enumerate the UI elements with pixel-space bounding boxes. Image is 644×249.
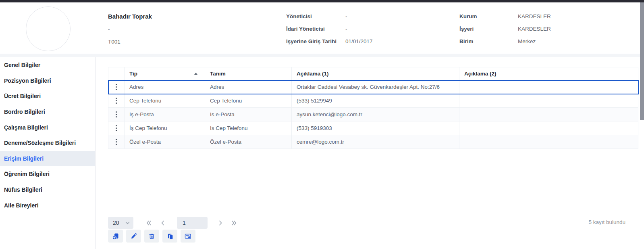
sidebar-item-ogrenim-bilgileri[interactable]: Öğrenim Bilgileri xyxy=(0,166,95,182)
sidebar-item-nufus-bilgileri[interactable]: Nüfus Bilgileri xyxy=(0,182,95,198)
kebab-column-header xyxy=(108,67,125,80)
cell-aciklama-1: (533) 5129949 xyxy=(292,94,459,108)
column-header-tanim[interactable]: Tanım xyxy=(205,67,292,80)
cell-aciklama-2 xyxy=(459,108,638,121)
sidebar-item-bordro-bilgileri[interactable]: Bordro Bilgileri xyxy=(0,104,95,120)
cell-tanim: Is Cep Telefonu xyxy=(205,121,292,135)
vertical-scrollbar-thumb[interactable] xyxy=(640,2,644,120)
row-menu-kebab-icon[interactable] xyxy=(108,121,124,135)
copy-icon xyxy=(166,232,174,240)
cell-aciklama-2 xyxy=(459,121,638,135)
pagination: 20 xyxy=(108,217,239,229)
field-value-isyerine-giris-tarihi: 01/01/2017 xyxy=(345,38,373,44)
double-chevron-right-icon xyxy=(231,220,237,226)
field-value-kurum: KARDESLER xyxy=(518,13,551,19)
double-chevron-left-icon xyxy=(145,220,152,226)
cell-tanim: Is e-Posta xyxy=(205,108,292,121)
sort-ascending-icon xyxy=(194,73,197,75)
cell-tip: İş e-Posta xyxy=(125,108,205,121)
copy-button[interactable] xyxy=(162,230,177,243)
cell-aciklama-1: aysun.ketenci@logo.com.tr xyxy=(292,108,459,121)
sidebar-item-aile-bireyleri[interactable]: Aile Bireyleri xyxy=(0,197,95,213)
records-found-text: 5 kayıt bulundu xyxy=(588,219,625,225)
chevron-right-icon xyxy=(218,220,223,226)
sidebar-item-deneme-sozlesme-bilgileri[interactable]: Deneme/Sözleşme Bilgileri xyxy=(0,135,95,151)
column-header-tip[interactable]: Tip xyxy=(125,67,205,80)
field-label-isyerine-giris-tarihi: İşyerine Giriş Tarihi xyxy=(286,38,337,44)
cell-aciklama-2 xyxy=(459,135,638,149)
chevron-left-icon xyxy=(160,220,165,226)
field-label-isyeri: İşyeri xyxy=(459,26,474,32)
delete-icon xyxy=(148,233,155,240)
sidebar: Genel Bilgiler Pozisyon Bilgileri Ücret … xyxy=(0,57,96,249)
access-info-table: Tip Tanım Açıklama (1) Açıklama (2) Adre… xyxy=(108,67,638,149)
row-menu-kebab-icon[interactable] xyxy=(108,80,124,94)
employee-name: Bahadır Toprak xyxy=(108,13,152,20)
cell-aciklama-1: Ortaklar Caddesi Vesabey sk. Güvenkardeş… xyxy=(292,80,459,94)
page-size-select[interactable]: 20 xyxy=(108,217,133,229)
table-row[interactable]: Cep Telefonu Cep Telefonu (533) 5129949 xyxy=(108,94,638,108)
column-header-aciklama-2[interactable]: Açıklama (2) xyxy=(459,67,638,80)
sidebar-item-ucret-bilgileri[interactable]: Ücret Bilgileri xyxy=(0,88,95,104)
previous-page-button[interactable] xyxy=(158,217,167,229)
cell-tip: Özel e-Posta xyxy=(125,135,205,149)
avatar xyxy=(26,6,71,51)
employee-detail-page: Bahadır Toprak - T001 Yöneticisi - İdari… xyxy=(0,0,644,249)
field-value-birim: Merkez xyxy=(518,38,536,44)
cell-tip: Adres xyxy=(125,80,205,94)
column-header-tip-label: Tip xyxy=(129,71,137,77)
next-page-button[interactable] xyxy=(216,217,225,229)
cell-aciklama-1: (533) 5919303 xyxy=(292,121,459,135)
cell-tanim: Adres xyxy=(205,80,292,94)
row-menu-kebab-icon[interactable] xyxy=(108,108,124,121)
sidebar-item-erisim-bilgileri[interactable]: Erişim Bilgileri xyxy=(0,151,95,167)
add-record-button[interactable] xyxy=(108,230,123,243)
field-label-idari-yoneticisi: İdari Yöneticisi xyxy=(286,26,325,32)
first-page-button[interactable] xyxy=(144,217,154,229)
edit-icon xyxy=(130,232,137,240)
table-row[interactable]: Özel e-Posta Özel e-Posta cemre@logo.com… xyxy=(108,135,638,149)
sidebar-item-pozisyon-bilgileri[interactable]: Pozisyon Bilgileri xyxy=(0,73,95,89)
last-page-button[interactable] xyxy=(229,217,239,229)
row-menu-kebab-icon[interactable] xyxy=(108,94,124,107)
main-content: Tip Tanım Açıklama (1) Açıklama (2) Adre… xyxy=(96,57,644,249)
sidebar-item-calisma-bilgileri[interactable]: Çalışma Bilgileri xyxy=(0,119,95,135)
cell-aciklama-2 xyxy=(459,80,638,94)
employee-subtitle: - xyxy=(108,26,110,32)
employee-code: T001 xyxy=(108,39,120,45)
table-row[interactable]: İş Cep Telefonu Is Cep Telefonu (533) 59… xyxy=(108,121,638,135)
cell-tanim: Özel e-Posta xyxy=(205,135,292,149)
employee-header: Bahadır Toprak - T001 Yöneticisi - İdari… xyxy=(0,2,644,54)
cell-tip: Cep Telefonu xyxy=(125,94,205,108)
table-row[interactable]: Adres Adres Ortaklar Caddesi Vesabey sk.… xyxy=(108,80,638,94)
page-size-value: 20 xyxy=(113,220,119,226)
row-menu-kebab-icon[interactable] xyxy=(108,135,124,149)
cell-aciklama-1: cemre@logo.com.tr xyxy=(292,135,459,149)
field-value-idari-yoneticisi: - xyxy=(345,26,347,32)
field-label-yoneticisi: Yöneticisi xyxy=(286,13,312,19)
add-record-icon xyxy=(112,232,119,240)
chevron-down-icon xyxy=(125,222,130,224)
table-row[interactable]: İş e-Posta Is e-Posta aysun.ketenci@logo… xyxy=(108,108,638,121)
field-value-isyeri: KARDESLER xyxy=(518,26,551,32)
field-label-kurum: Kurum xyxy=(459,13,477,19)
field-value-yoneticisi: - xyxy=(345,13,347,19)
cell-aciklama-2 xyxy=(459,94,638,108)
cell-tip: İş Cep Telefonu xyxy=(125,121,205,135)
cell-tanim: Cep Telefonu xyxy=(205,94,292,108)
preview-button[interactable] xyxy=(181,230,195,243)
column-header-aciklama-1[interactable]: Açıklama (1) xyxy=(292,67,459,80)
page-number-input[interactable] xyxy=(177,217,208,229)
header-body-divider xyxy=(0,54,644,57)
table-header-row: Tip Tanım Açıklama (1) Açıklama (2) xyxy=(108,67,638,80)
field-label-birim: Birim xyxy=(459,38,474,44)
action-toolbar xyxy=(108,230,195,243)
sidebar-item-genel-bilgiler[interactable]: Genel Bilgiler xyxy=(0,57,95,73)
preview-icon xyxy=(184,232,192,240)
edit-button[interactable] xyxy=(126,230,141,243)
delete-button[interactable] xyxy=(144,230,159,243)
